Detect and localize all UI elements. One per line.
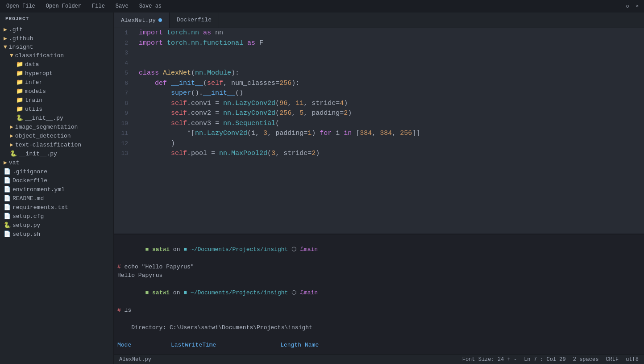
statusbar-spaces: 2 spaces [573, 356, 599, 363]
win-restore[interactable]: o [624, 3, 631, 9]
folder-icon: 📁 [16, 61, 23, 68]
sidebar-item-init-cls[interactable]: 🐍 __init__.py [0, 113, 113, 122]
cfg-file-icon: 📄 [4, 213, 11, 220]
sidebar-item-setup-py[interactable]: 🐍 setup.py [0, 221, 113, 230]
folder-icon: ▶ [4, 26, 7, 33]
folder-icon: 📁 [16, 96, 23, 104]
md-file-icon: 📄 [4, 195, 11, 202]
terminal-line-output1: Hello Papyrus [114, 271, 644, 280]
sidebar-item-requirements[interactable]: 📄 requirements.txt [0, 203, 113, 212]
sidebar-item-dockerfile[interactable]: 📄 Dockerfile [0, 176, 113, 185]
code-line-8: 8 self.conv1 = nn.LazyConv2d(96, 11, str… [114, 99, 644, 109]
win-minimize[interactable]: − [615, 3, 621, 9]
sidebar-item-classification[interactable]: ▼ classification [0, 51, 113, 60]
terminal-directory-line: Directory: C:\Users\satwi\Documents\Proj… [114, 323, 644, 332]
tabs-bar: AlexNet.py Dockerfile [114, 13, 644, 28]
sidebar-item-hyperopt[interactable]: 📁 hyperopt [0, 69, 113, 78]
menu-open-file[interactable]: Open File [4, 3, 38, 9]
yaml-file-icon: 📄 [4, 186, 11, 193]
terminal-line-1: ■ satwi on ■ ~/Documents/Projects/insigh… [114, 236, 644, 263]
statusbar-left: AlexNet.py [119, 356, 151, 363]
sidebar-item-utils[interactable]: 📁 utils [0, 105, 113, 113]
titlebar: Open File Open Folder File Save Save as … [0, 0, 644, 13]
menu-save-as[interactable]: Save as [137, 3, 164, 9]
sh-file-icon: 📄 [4, 230, 11, 238]
terminal-table-sep: ---- ------------- ------ ---- [114, 350, 644, 355]
code-line-6: 6 def __init__(self, num_classes=256): [114, 79, 644, 89]
folder-icon: 📁 [16, 79, 23, 86]
sidebar-header: Project [0, 13, 113, 25]
statusbar-font-size: Font Size: 24 + - [462, 356, 517, 363]
terminal-line-blank [114, 315, 644, 324]
statusbar-right: Font Size: 24 + - Ln 7 : Col 29 2 spaces… [462, 356, 639, 363]
sidebar-item-infer[interactable]: 📁 infer [0, 78, 113, 87]
sidebar-item-setup-sh[interactable]: 📄 setup.sh [0, 230, 113, 238]
terminal-line-cmd1: # echo "Hello Papyrus" [114, 263, 644, 272]
sidebar-item-init-insight[interactable]: 🐍 __init__.py [0, 149, 113, 158]
sidebar-item-train[interactable]: 📁 train [0, 96, 113, 105]
git-file-icon: 📄 [4, 168, 11, 175]
code-line-4: 4 [114, 59, 644, 69]
sidebar-item-insight[interactable]: ▼ insight [0, 43, 113, 51]
statusbar-encoding: utf8 [626, 356, 639, 363]
py-file-icon: 🐍 [10, 150, 17, 157]
folder-icon: 📁 [16, 88, 23, 95]
sidebar-item-readme[interactable]: 📄 README.md [0, 194, 113, 203]
statusbar-ln-col: Ln 7 : Col 29 [524, 356, 566, 363]
terminal-table-header: Mode LastWriteTime Length Name [114, 341, 644, 350]
folder-icon: ▶ [4, 35, 7, 42]
sidebar-item-object-det[interactable]: ▶ object_detection [0, 131, 113, 140]
statusbar-line-ending: CRLF [606, 356, 619, 363]
tab-alexnet[interactable]: AlexNet.py [114, 13, 170, 28]
code-line-9: 9 self.conv2 = nn.LazyConv2d(256, 5, pad… [114, 109, 644, 119]
code-line-1: 1 import torch.nn as nn [114, 28, 644, 38]
terminal-blank2 [114, 332, 644, 341]
sidebar-item-data[interactable]: 📁 data [0, 60, 113, 69]
font-size-plus[interactable]: + [507, 356, 511, 363]
tab-modified-dot [158, 18, 162, 22]
tab-dockerfile[interactable]: Dockerfile [170, 13, 219, 28]
font-size-minus[interactable]: - [514, 356, 517, 363]
sidebar-item-text-cls[interactable]: ▶ text-classification [0, 140, 113, 149]
docker-file-icon: 📄 [4, 177, 11, 184]
statusbar-filename: AlexNet.py [119, 356, 151, 363]
txt-file-icon: 📄 [4, 204, 11, 211]
terminal-line-2: ■ satwi on ■ ~/Documents/Projects/insigh… [114, 280, 644, 306]
tab-alexnet-label: AlexNet.py [121, 17, 156, 24]
sidebar-item-env[interactable]: 📄 environment.yml [0, 185, 113, 194]
menu-save[interactable]: Save [113, 3, 131, 9]
code-line-3: 3 [114, 48, 644, 59]
sidebar-item-image-seg[interactable]: ▶ image_segmentation [0, 122, 113, 131]
sidebar: Project ▶ .git ▶ .github ▼ insight ▼ cla… [0, 13, 114, 364]
folder-icon: ▶ [10, 123, 13, 130]
sidebar-item-setup-cfg[interactable]: 📄 setup.cfg [0, 212, 113, 221]
terminal[interactable]: ■ satwi on ■ ~/Documents/Projects/insigh… [114, 234, 644, 354]
py-file-icon: 🐍 [4, 222, 11, 229]
code-line-2: 2 import torch.nn.functional as F [114, 38, 644, 49]
statusbar: AlexNet.py Font Size: 24 + - Ln 7 : Col … [114, 354, 644, 364]
menu-open-folder[interactable]: Open Folder [43, 3, 84, 9]
code-line-5: 5 class AlexNet(nn.Module): [114, 68, 644, 79]
code-line-10: 10 self.conv3 = nn.Sequential( [114, 119, 644, 129]
sidebar-item-git[interactable]: ▶ .git [0, 25, 113, 34]
sidebar-item-vat[interactable]: ▶ vat [0, 158, 113, 167]
terminal-line-cmd2: # ls [114, 306, 644, 315]
folder-open-icon: ▼ [10, 52, 13, 59]
win-close[interactable]: × [634, 3, 640, 9]
sidebar-item-gitignore[interactable]: 📄 .gitignore [0, 167, 113, 176]
menu-file[interactable]: File [89, 3, 108, 9]
folder-icon: ▶ [10, 132, 13, 139]
code-line-7: 7 super().__init__() [114, 88, 644, 99]
folder-icon: ▶ [4, 159, 7, 166]
folder-icon: 📁 [16, 70, 23, 77]
folder-open-icon: ▼ [4, 44, 7, 50]
code-line-13: 13 self.pool = nn.MaxPool2d(3, stride=2) [114, 149, 644, 159]
code-line-11: 11 *[nn.LazyConv2d(i, 3, padding=1) for … [114, 129, 644, 139]
py-file-icon: 🐍 [16, 114, 23, 121]
folder-icon: ▶ [10, 141, 13, 148]
sidebar-item-models[interactable]: 📁 models [0, 87, 113, 96]
tab-dockerfile-label: Dockerfile [177, 17, 212, 23]
code-editor[interactable]: 1 import torch.nn as nn 2 import torch.n… [114, 28, 644, 234]
sidebar-item-github[interactable]: ▶ .github [0, 34, 113, 43]
editor-area: AlexNet.py Dockerfile 1 import torch.nn … [114, 13, 644, 364]
